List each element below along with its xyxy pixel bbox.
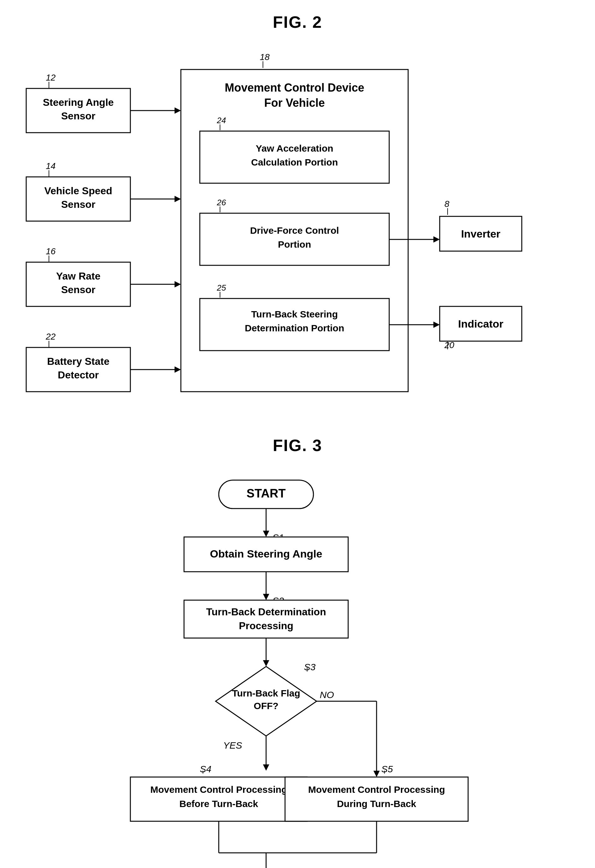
s3-diamond-text2: OFF? — [253, 701, 278, 711]
arrow-yes-head — [263, 765, 269, 771]
steering-angle-sensor-label1: Steering Angle — [43, 97, 113, 108]
yaw-rate-sensor-label1: Yaw Rate — [56, 270, 100, 282]
battery-state-detector-label1: Battery State — [47, 356, 109, 367]
label-26: 26 — [216, 198, 226, 207]
drive-force-label2: Portion — [278, 239, 311, 249]
s5-label: S5 — [381, 764, 393, 774]
yes-label: YES — [223, 740, 242, 750]
main-title-line2: For Vehicle — [264, 96, 324, 109]
s1-text: Obtain Steering Angle — [210, 548, 322, 560]
label-18: 18 — [260, 52, 270, 62]
s5-text1: Movement Control Processing — [308, 784, 445, 795]
s4-text1: Movement Control Processing — [150, 784, 287, 795]
fig2-container: FIG. 2 18 12 14 16 22 Steering Angle Sen… — [19, 13, 576, 398]
page: FIG. 2 18 12 14 16 22 Steering Angle Sen… — [0, 0, 595, 868]
vehicle-speed-sensor-label1: Vehicle Speed — [44, 185, 112, 196]
s5-text2: During Turn-Back — [337, 799, 416, 809]
battery-state-detector-label2: Detector — [58, 369, 99, 381]
start-label: START — [246, 487, 286, 500]
yaw-accel-label1: Yaw Acceleration — [256, 143, 333, 154]
fig3-title: FIG. 3 — [19, 436, 576, 455]
yaw-accel-label2: Calculation Portion — [251, 157, 338, 167]
s2-text1: Turn-Back Determination — [206, 606, 326, 617]
fig3-diagram: START S1 Obtain Steering Angle S2 Turn-B… — [45, 474, 550, 868]
s4-label: S4 — [200, 764, 212, 774]
label-16: 16 — [46, 247, 56, 256]
yaw-rate-sensor-label2: Sensor — [61, 284, 95, 295]
turnback-label2: Determination Portion — [244, 323, 344, 333]
label-8: 8 — [445, 199, 449, 209]
label-22: 22 — [46, 332, 56, 341]
arrow2-head — [175, 196, 181, 202]
arrow-inverter-head — [433, 236, 440, 243]
s2-box — [184, 600, 348, 638]
fig3-container: FIG. 3 START S1 Obtain Steering Angle S2… — [19, 436, 576, 868]
label-25: 25 — [216, 283, 226, 292]
arrow3-head — [175, 281, 181, 288]
label-12: 12 — [46, 73, 56, 83]
main-title-line1: Movement Control Device — [224, 81, 364, 94]
label-20: 20 — [444, 340, 455, 350]
indicator-label: Indicator — [458, 318, 504, 330]
arrow-s3-head — [263, 660, 269, 666]
no-label: NO — [320, 689, 334, 700]
steering-angle-sensor-label2: Sensor — [61, 110, 95, 122]
s3-diamond-text1: Turn-Back Flag — [232, 688, 300, 698]
s4-text2: Before Turn-Back — [179, 799, 258, 809]
s2-text2: Processing — [239, 620, 293, 632]
arrow-s1-head — [263, 531, 269, 537]
s3-label: S3 — [304, 662, 316, 672]
inverter-label: Inverter — [461, 228, 500, 240]
drive-force-label1: Drive-Force Control — [250, 225, 339, 236]
arrow4-head — [175, 366, 181, 373]
vehicle-speed-sensor-label2: Sensor — [61, 199, 95, 210]
arrow1-head — [175, 108, 181, 114]
turnback-label1: Turn-Back Steering — [251, 309, 338, 319]
arrow-s2-head — [263, 594, 269, 600]
arrow-indicator-head — [433, 322, 440, 328]
fig2-diagram: 18 12 14 16 22 Steering Angle Sensor — [20, 50, 576, 398]
label-14: 14 — [46, 161, 56, 171]
label-24: 24 — [216, 116, 226, 125]
arrow-no-head — [373, 771, 380, 777]
fig2-title: FIG. 2 — [19, 13, 576, 32]
